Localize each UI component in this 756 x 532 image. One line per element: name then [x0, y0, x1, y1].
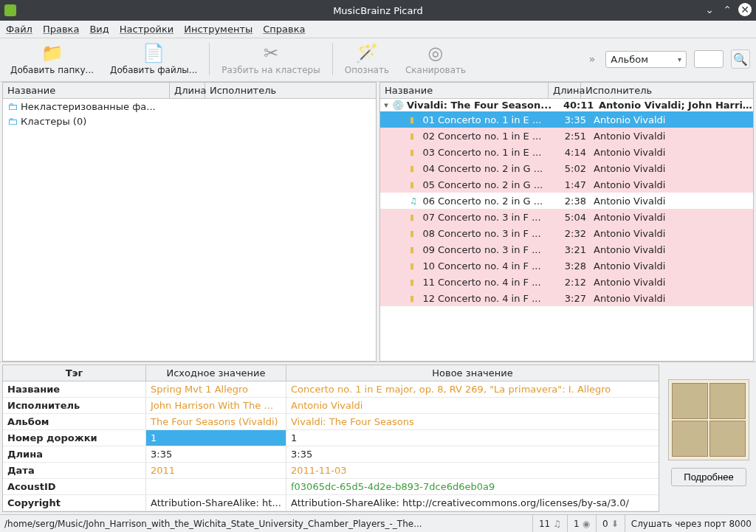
track-artist: Antonio Vivaldi — [591, 114, 753, 125]
tag-orig: Attribution-ShareAlike: ht... — [146, 495, 286, 511]
overflow-chevron-icon[interactable]: » — [586, 53, 599, 65]
track-artist: Antonio Vivaldi — [591, 196, 753, 207]
track-artist: Antonio Vivaldi — [591, 277, 753, 288]
tag-table: Тэг Исходное значение Новое значение Наз… — [2, 365, 659, 512]
tag-row[interactable]: АльбомThe Four Seasons (Vivaldi)Vivaldi:… — [3, 414, 659, 430]
folder-icon: 🗀 — [7, 100, 18, 112]
tag-row[interactable]: Длина3:353:35 — [3, 446, 659, 463]
track-length: 2:51 — [558, 131, 591, 142]
titlebar: MusicBrainz Picard ⌄ ⌃ ✕ — [0, 0, 756, 21]
tag-row[interactable]: Номер дорожки11 — [3, 430, 659, 446]
header-tag[interactable]: Тэг — [3, 365, 146, 381]
track-title: Concerto no. 4 in F ... — [438, 293, 558, 304]
track-num: 04 — [422, 163, 438, 174]
tag-orig: 2011 — [146, 463, 286, 478]
tag-row[interactable]: CopyrightAttribution-ShareAlike: ht...At… — [3, 495, 659, 511]
track-status-icon: ▮ — [410, 245, 422, 255]
track-length: 2:12 — [558, 277, 591, 288]
track-row[interactable]: ▮08Concerto no. 3 in F ...2:32Antonio Vi… — [380, 225, 753, 241]
header-length[interactable]: Длина — [170, 83, 205, 98]
track-row[interactable]: ▮07Concerto no. 3 in F ...5:04Antonio Vi… — [380, 209, 753, 225]
track-artist: Antonio Vivaldi — [591, 260, 753, 272]
album-row[interactable]: ▾ 💿 Vivaldi: The Four Season... 40:11 An… — [380, 99, 753, 111]
track-num: 02 — [422, 131, 438, 142]
header-length[interactable]: Длина — [549, 83, 581, 98]
header-new[interactable]: Новое значение — [286, 365, 659, 381]
track-row[interactable]: ▮02Concerto no. 1 in E ...2:51Antonio Vi… — [380, 128, 753, 144]
track-row[interactable]: ▮05Concerto no. 2 in G ...1:47Antonio Vi… — [380, 176, 753, 193]
track-length: 4:14 — [558, 147, 591, 158]
tag-row[interactable]: ИсполнительJohn Harrison With The Wic...… — [3, 398, 659, 414]
tag-name: Альбом — [3, 414, 146, 429]
track-title: Concerto no. 1 in E ... — [438, 147, 558, 158]
track-title: Concerto no. 1 in E ... — [438, 131, 558, 142]
menu-tools[interactable]: Инструменты — [184, 24, 252, 35]
track-row[interactable]: ▮12Concerto no. 4 in F ...3:27Antonio Vi… — [380, 290, 753, 306]
header-name[interactable]: Название — [3, 83, 170, 98]
cluster-icon: ✂ — [264, 43, 278, 63]
header-orig[interactable]: Исходное значение — [146, 365, 286, 381]
header-artist[interactable]: Исполнитель — [205, 83, 376, 98]
search-button[interactable]: 🔍 — [731, 49, 750, 69]
track-artist: Antonio Vivaldi — [591, 147, 753, 158]
track-length: 5:04 — [558, 212, 591, 223]
track-row[interactable]: ▮04Concerto no. 2 in G ...5:02Antonio Vi… — [380, 160, 753, 176]
clusters-node[interactable]: 🗀 Кластеры (0) — [3, 114, 376, 128]
statusbar: /home/serg/Music/John_Harrison_with_the_… — [0, 514, 756, 532]
header-name[interactable]: Название — [380, 83, 549, 98]
track-length: 3:21 — [558, 244, 591, 255]
track-title: Concerto no. 3 in F ... — [438, 212, 558, 223]
add-files-button[interactable]: 📄 Добавить файлы... — [106, 41, 202, 77]
unclustered-node[interactable]: 🗀 Некластеризованные фа... — [3, 99, 376, 114]
track-artist: Antonio Vivaldi — [591, 244, 753, 255]
collapse-icon[interactable]: ▾ — [380, 100, 392, 110]
track-num: 05 — [422, 179, 438, 190]
track-artist: Antonio Vivaldi — [591, 293, 753, 304]
track-artist: Antonio Vivaldi — [591, 163, 753, 174]
cluster-button[interactable]: ✂ Разбить на кластеры — [217, 41, 324, 77]
track-status-icon: ▮ — [410, 148, 422, 157]
tag-name: Дата — [3, 463, 146, 478]
track-row[interactable]: ▮01Concerto no. 1 in E ...3:35Antonio Vi… — [380, 111, 753, 128]
status-listening: Слушать через порт 8000 — [625, 515, 752, 532]
tag-row[interactable]: AcoustIDf03065dc-65d5-4d2e-b893-7dce6d6e… — [3, 479, 659, 495]
track-row[interactable]: ▮10Concerto no. 4 in F ...3:28Antonio Vi… — [380, 258, 753, 274]
wand-icon: 🪄 — [356, 43, 378, 63]
menu-help[interactable]: Справка — [263, 24, 305, 35]
track-title: Concerto no. 2 in G ... — [438, 163, 558, 174]
menu-edit[interactable]: Правка — [43, 24, 79, 35]
status-count-pending: 0 — [602, 519, 608, 529]
track-title: Concerto no. 3 in F ... — [438, 244, 558, 255]
lookup-button[interactable]: 🪄 Опознать — [340, 41, 394, 77]
track-length: 5:02 — [558, 163, 591, 174]
column-headers: Название Длина Исполнитель — [3, 83, 376, 99]
tag-row[interactable]: НазваниеSpring Mvt 1 AllegroConcerto no.… — [3, 381, 659, 398]
tag-row[interactable]: Дата20112011-11-03 — [3, 463, 659, 479]
track-length: 2:32 — [558, 228, 591, 239]
maximize-icon[interactable]: ⌃ — [721, 3, 734, 16]
menu-file[interactable]: Файл — [6, 24, 32, 35]
status-path: /home/serg/Music/John_Harrison_with_the_… — [4, 519, 526, 529]
header-artist[interactable]: Исполнитель — [581, 83, 753, 98]
track-artist: Antonio Vivaldi — [591, 179, 753, 190]
track-row[interactable]: ♫06Concerto no. 2 in G ...2:38Antonio Vi… — [380, 193, 753, 209]
track-row[interactable]: ▮03Concerto no. 1 in E ...4:14Antonio Vi… — [380, 144, 753, 160]
track-row[interactable]: ▮09Concerto no. 3 in F ...3:21Antonio Vi… — [380, 241, 753, 258]
track-row[interactable]: ▮11Concerto no. 4 in F ...2:12Antonio Vi… — [380, 274, 753, 290]
details-button[interactable]: Подробнее — [671, 468, 746, 486]
file-icon: 📄 — [142, 43, 165, 63]
search-type-select[interactable]: Альбом — [605, 51, 687, 68]
menubar: Файл Правка Вид Настройки Инструменты Сп… — [0, 21, 756, 38]
menu-settings[interactable]: Настройки — [120, 24, 173, 35]
track-status-icon: ▮ — [410, 294, 422, 303]
tag-orig: The Four Seasons (Vivaldi) — [146, 414, 286, 429]
search-input[interactable] — [694, 50, 724, 68]
scan-button[interactable]: ◎ Сканировать — [401, 41, 470, 77]
close-icon[interactable]: ✕ — [738, 3, 752, 16]
cover-art[interactable] — [668, 379, 749, 460]
add-folder-button[interactable]: 📁 Добавить папку... — [6, 41, 98, 77]
track-length: 2:38 — [558, 196, 591, 207]
minimize-icon[interactable]: ⌄ — [703, 3, 716, 16]
menu-view[interactable]: Вид — [89, 24, 109, 35]
tag-new: f03065dc-65d5-4d2e-b893-7dce6d6eb0a9 — [286, 479, 659, 494]
